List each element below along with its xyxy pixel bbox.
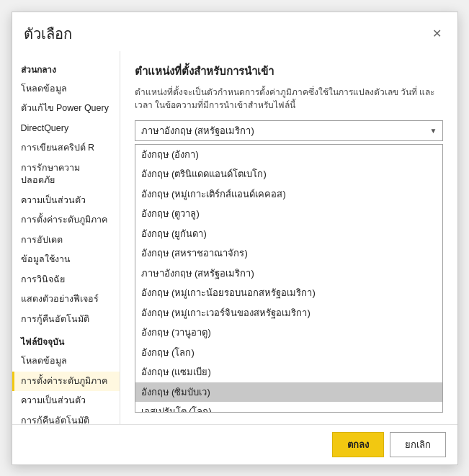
list-item[interactable]: อังกฤษ (ตูวาลู) [135, 204, 442, 224]
sidebar-item[interactable]: การเขียนสคริปต์ R [12, 138, 120, 158]
sidebar-item[interactable]: ข้อมูลใช้งาน [12, 250, 120, 270]
sidebar-item[interactable]: การตั้งค่าระดับภูมิภาค [12, 210, 120, 230]
sidebar-item[interactable]: การกู้คืนอัตโนมัติ [12, 310, 120, 330]
list-item[interactable]: เอสเปรันโต (โลก) [135, 402, 442, 413]
options-dialog: ตัวเลือก ✕ ส่วนกลาง โหลดข้อมูลตัวแก้ไข P… [12, 12, 458, 465]
sidebar-section2: โหลดข้อมูลการตั้งค่าระดับภูมิภาคความเป็น… [12, 351, 120, 424]
list-item[interactable]: อังกฤษ (สหราชอาณาจักร) [135, 243, 442, 264]
sidebar: ส่วนกลาง โหลดข้อมูลตัวแก้ไข Power QueryD… [12, 51, 120, 424]
sidebar-item[interactable]: โหลดข้อมูล [12, 351, 120, 372]
sidebar-section1-label: ส่วนกลาง [12, 57, 120, 79]
sidebar-item[interactable]: การตั้งค่าระดับภูมิภาค [12, 372, 120, 392]
list-item[interactable]: อังกฤษ (หมู่เกาะเติร์กส์แอนด์เคคอส) [135, 184, 442, 205]
sidebar-section2-label: ไฟล์ปัจจุบัน [12, 329, 120, 351]
dialog-footer: ตกลง ยกเลิก [12, 424, 457, 464]
list-item[interactable]: อังกฤษ (ซิมบับเว) [135, 382, 442, 403]
list-item[interactable]: อังกฤษ (ตรินิแดดแอนด์โตเบโก) [135, 164, 442, 184]
section-title: ตำแหน่งที่ตั้งสำหรับการนำเข้า [135, 63, 443, 80]
sidebar-item[interactable]: การรักษาความปลอดภัย [12, 158, 120, 191]
section-desc: ตำแหน่งที่ตั้งจะเป็นตัวกำหนดการตั้งค่าภู… [135, 86, 443, 112]
list-item[interactable]: อังกฤษ (หมู่เกาะน้อยรอบนอกสหรัฐอเมริกา) [135, 283, 442, 303]
locale-dropdown[interactable]: ภาษาอังกฤษ (สหรัฐอเมริกา) [135, 120, 443, 141]
list-item[interactable]: อังกฤษ (อังกา) [135, 145, 442, 165]
list-item[interactable]: อังกฤษ (โลก) [135, 343, 442, 363]
dialog-body: ส่วนกลาง โหลดข้อมูลตัวแก้ไข Power QueryD… [12, 51, 457, 424]
sidebar-item[interactable]: ความเป็นส่วนตัว [12, 191, 120, 211]
title-bar: ตัวเลือก ✕ [12, 12, 457, 51]
sidebar-item[interactable]: ความเป็นส่วนตัว [12, 391, 120, 411]
locale-list[interactable]: อังกฤษ (อังกา)อังกฤษ (ตรินิแดดแอนด์โตเบโ… [135, 144, 443, 413]
list-item[interactable]: ภาษาอังกฤษ (สหรัฐอเมริกา) [135, 264, 442, 284]
list-item[interactable]: อังกฤษ (วานูอาตู) [135, 323, 442, 343]
list-item[interactable]: อังกฤษ (ยูกันดา) [135, 224, 442, 244]
sidebar-item[interactable]: ตัวแก้ไข Power Query [12, 99, 120, 119]
dialog-title: ตัวเลือก [24, 22, 72, 45]
close-button[interactable]: ✕ [428, 27, 446, 41]
sidebar-item[interactable]: การวินิจฉัย [12, 270, 120, 290]
sidebar-item[interactable]: การกู้คืนอัตโนมัติ [12, 411, 120, 424]
sidebar-item[interactable]: แสดงตัวอย่างฟีเจอร์ [12, 289, 120, 310]
main-content: ตำแหน่งที่ตั้งสำหรับการนำเข้า ตำแหน่งที่… [120, 51, 457, 424]
list-item[interactable]: อังกฤษ (หมู่เกาะเวอร์จินของสหรัฐอเมริกา) [135, 303, 442, 323]
sidebar-item[interactable]: โหลดข้อมูล [12, 79, 120, 99]
list-item[interactable]: อังกฤษ (แซมเบีย) [135, 362, 442, 382]
locale-list-items: อังกฤษ (อังกา)อังกฤษ (ตรินิแดดแอนด์โตเบโ… [135, 145, 442, 413]
sidebar-item[interactable]: DirectQuery [12, 119, 120, 139]
ok-button[interactable]: ตกลง [332, 432, 384, 457]
cancel-button[interactable]: ยกเลิก [390, 432, 446, 457]
locale-dropdown-container: ภาษาอังกฤษ (สหรัฐอเมริกา) ▼ [135, 120, 443, 141]
sidebar-section1: โหลดข้อมูลตัวแก้ไข Power QueryDirectQuer… [12, 79, 120, 330]
sidebar-item[interactable]: การอัปเดต [12, 230, 120, 251]
